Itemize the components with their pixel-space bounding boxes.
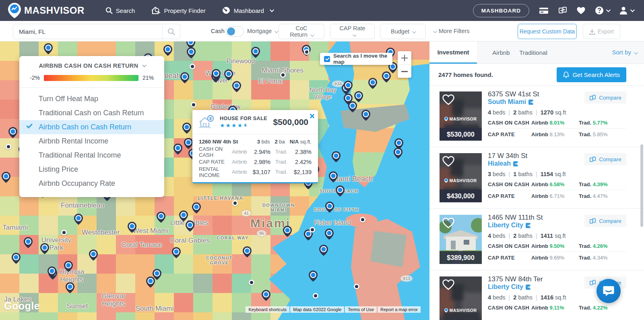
property-pin-marker[interactable] bbox=[173, 143, 182, 155]
property-pin-marker[interactable] bbox=[262, 290, 270, 301]
location-search[interactable] bbox=[13, 24, 180, 39]
property-dot-marker[interactable] bbox=[313, 293, 318, 299]
report-map-error-link[interactable]: Report a map error bbox=[378, 306, 421, 313]
property-pin-marker[interactable] bbox=[283, 226, 292, 237]
heatmap-option-airbnb-coc[interactable]: Airbnb Cash on Cash Return bbox=[19, 120, 164, 134]
property-address[interactable]: 17 W 34th St bbox=[488, 152, 527, 160]
help-menu[interactable] bbox=[595, 6, 609, 15]
property-pin-marker[interactable] bbox=[182, 123, 191, 134]
compare-button[interactable]: Compare bbox=[584, 215, 626, 227]
property-dot-marker[interactable] bbox=[249, 280, 254, 285]
property-dot-marker[interactable] bbox=[360, 217, 365, 222]
property-pin-marker[interactable] bbox=[8, 127, 17, 138]
heatmap-option-turn-off[interactable]: Turn Off Heat Map bbox=[19, 92, 164, 106]
mashboard-button[interactable]: MASHBOARD bbox=[473, 4, 529, 17]
search-as-move-checkbox[interactable]: Search as I move the map bbox=[320, 53, 392, 65]
property-pin-marker[interactable] bbox=[354, 91, 363, 102]
property-address[interactable]: 1465 NW 111th St bbox=[488, 214, 543, 222]
tab-airbnb[interactable]: Airbnb bbox=[489, 42, 513, 64]
property-pin-marker[interactable] bbox=[153, 269, 161, 280]
compare-pages-icon[interactable] bbox=[558, 6, 567, 15]
property-pin-marker[interactable] bbox=[44, 43, 53, 54]
property-pin-marker[interactable] bbox=[344, 81, 353, 92]
billing-card-icon[interactable] bbox=[539, 7, 549, 14]
coc-return-filter[interactable]: CoC Return bbox=[279, 24, 324, 39]
property-pin-marker[interactable] bbox=[232, 81, 241, 92]
cash-mortgage-toggle[interactable] bbox=[225, 26, 244, 37]
neighborhood-link[interactable]: Liberty City bbox=[488, 222, 532, 229]
heatmap-option-airbnb-occupancy[interactable]: Airbnb Occupancy Rate bbox=[19, 177, 164, 191]
heatmap-option-listing-price[interactable]: Listing Price bbox=[19, 162, 164, 177]
more-filters[interactable]: More Filters bbox=[433, 28, 470, 34]
compare-button[interactable]: Compare bbox=[584, 91, 626, 104]
neighborhood-link[interactable]: South Miami bbox=[488, 98, 535, 106]
chat-launcher[interactable] bbox=[597, 279, 621, 303]
nav-search[interactable]: Search bbox=[99, 0, 142, 21]
property-pin-marker[interactable] bbox=[325, 202, 334, 213]
budget-filter[interactable]: Budget bbox=[380, 24, 426, 39]
neighborhood-link[interactable]: Liberty City bbox=[488, 283, 532, 291]
property-dot-marker[interactable] bbox=[191, 102, 196, 108]
property-pin-marker[interactable] bbox=[157, 212, 165, 223]
sort-by-dropdown[interactable]: Sort by bbox=[612, 49, 637, 56]
property-pin-marker[interactable] bbox=[394, 138, 403, 150]
property-pin-marker[interactable] bbox=[329, 171, 338, 183]
property-pin-marker[interactable] bbox=[368, 78, 377, 89]
property-address[interactable]: 6375 SW 41st St bbox=[488, 90, 539, 98]
favorite-heart-icon[interactable] bbox=[442, 156, 454, 167]
favorite-heart-icon[interactable] bbox=[442, 218, 454, 229]
property-photo[interactable]: MASHVISOR $430,000 bbox=[440, 153, 482, 202]
search-input[interactable] bbox=[13, 28, 162, 35]
property-pin-marker[interactable] bbox=[309, 270, 318, 282]
nav-mashboard[interactable]: Mashboard bbox=[215, 0, 279, 21]
property-pin-marker[interactable] bbox=[319, 245, 328, 256]
property-pin-marker[interactable] bbox=[382, 71, 391, 83]
property-pin-marker[interactable] bbox=[325, 229, 334, 240]
search-submit[interactable] bbox=[162, 24, 180, 39]
property-pin-marker[interactable] bbox=[24, 237, 33, 248]
property-pin-marker[interactable] bbox=[336, 185, 345, 197]
nav-property-finder[interactable]: Property Finder bbox=[144, 0, 212, 21]
account-menu[interactable] bbox=[619, 6, 634, 15]
property-pin-marker[interactable] bbox=[66, 282, 74, 293]
property-pin-marker[interactable] bbox=[192, 202, 201, 214]
property-pin-marker[interactable] bbox=[64, 261, 73, 272]
property-pin-marker[interactable] bbox=[12, 253, 21, 264]
request-custom-data-button[interactable]: Request Custom Data bbox=[518, 24, 577, 39]
property-pin-marker[interactable] bbox=[180, 72, 189, 83]
favorite-heart-icon[interactable] bbox=[442, 94, 454, 105]
property-pin-marker[interactable] bbox=[251, 47, 260, 58]
property-pin-marker[interactable] bbox=[179, 210, 188, 222]
property-dot-marker[interactable] bbox=[310, 227, 315, 233]
close-icon[interactable] bbox=[309, 113, 315, 119]
property-pin-marker[interactable] bbox=[243, 246, 252, 258]
property-pin-marker[interactable] bbox=[361, 110, 370, 121]
property-pin-marker[interactable] bbox=[47, 266, 56, 278]
mashvisor-logo[interactable]: MASHVISOR bbox=[8, 3, 85, 18]
zoom-in-button[interactable] bbox=[398, 51, 411, 64]
neighborhood-link[interactable]: Hialeah bbox=[488, 160, 519, 167]
compare-button[interactable]: Compare bbox=[584, 153, 626, 165]
terms-of-use-link[interactable]: Terms of Use bbox=[345, 306, 377, 313]
property-pin-marker[interactable] bbox=[172, 247, 181, 258]
property-pin-marker[interactable] bbox=[224, 69, 233, 81]
property-dot-marker[interactable] bbox=[61, 230, 67, 235]
property-pin-marker[interactable] bbox=[40, 243, 49, 254]
property-dot-marker[interactable] bbox=[190, 64, 195, 69]
property-pin-marker[interactable] bbox=[186, 220, 194, 232]
mortgage-dropdown[interactable]: Mortgage bbox=[247, 28, 277, 34]
property-pin-marker[interactable] bbox=[186, 42, 195, 49]
property-photo[interactable]: $389,900 bbox=[440, 215, 482, 264]
property-photo[interactable]: MASHVISOR $530,000 bbox=[440, 91, 482, 141]
keyboard-shortcuts-link[interactable]: Keyboard shortcuts bbox=[246, 306, 289, 313]
zoom-out-button[interactable] bbox=[398, 64, 411, 78]
heatmap-option-airbnb-rental-income[interactable]: Airbnb Rental Income bbox=[19, 134, 164, 148]
heatmap-option-traditional-rental-income[interactable]: Traditional Rental Income bbox=[19, 148, 164, 162]
property-address[interactable]: 1375 NW 84th Ter bbox=[488, 275, 543, 283]
heatmap-option-traditional-coc[interactable]: Traditional Cash on Cash Return bbox=[19, 106, 164, 120]
property-pin-marker[interactable] bbox=[74, 214, 83, 225]
map-canvas[interactable]: HialeahWest Little RiverPinewoodMiami Sh… bbox=[0, 42, 429, 320]
property-pin-marker[interactable] bbox=[89, 249, 98, 261]
heatmap-metric-dropdown[interactable]: AIRBNB CASH ON CASH RETURN bbox=[19, 56, 164, 69]
property-pin-marker[interactable] bbox=[344, 94, 353, 105]
